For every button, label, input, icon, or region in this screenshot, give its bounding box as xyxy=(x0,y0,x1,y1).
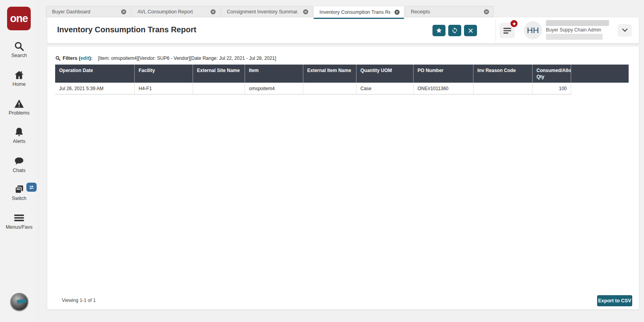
swap-arrows-icon xyxy=(29,185,34,190)
tab-close-icon[interactable] xyxy=(303,9,308,15)
logo-text: one xyxy=(10,13,28,25)
sidebar-item-chats[interactable]: Chats xyxy=(0,156,38,173)
tab-label: Inventory Consumption Trans Re... xyxy=(319,9,390,15)
tab-close-icon[interactable] xyxy=(121,9,126,15)
tab-close-icon[interactable] xyxy=(210,9,216,15)
tab-label: AVL Consumption Report xyxy=(137,9,206,15)
user-info: Buyer Suppy Chain Admin xyxy=(546,20,609,40)
refresh-button[interactable] xyxy=(448,25,461,36)
refresh-icon xyxy=(451,27,458,34)
home-icon xyxy=(14,70,24,80)
user-menu-button[interactable] xyxy=(499,23,515,38)
cell-quantity-uom[interactable]: Case xyxy=(356,83,414,94)
column-header-inv-reason-code[interactable]: Inv Reason Code xyxy=(473,65,533,83)
cell-inv-reason-code[interactable] xyxy=(473,83,533,94)
tab-label: Buyer Dashboard xyxy=(52,9,117,15)
sidebar-item-label: Chats xyxy=(13,168,26,173)
user-role: Buyer Suppy Chain Admin xyxy=(546,27,609,33)
table-row[interactable]: Jul 26, 2021 5:39 AM H4-F1 omspoitem4 Ca… xyxy=(55,83,629,94)
sidebar-item-problems[interactable]: Problems xyxy=(0,98,38,116)
close-icon xyxy=(468,28,473,33)
menu-lines-icon xyxy=(503,27,512,34)
switch-icon xyxy=(14,184,24,194)
switch-context-badge[interactable] xyxy=(26,183,37,192)
star-icon xyxy=(512,22,516,26)
column-header-quantity-uom[interactable]: Quantity UOM xyxy=(356,65,414,83)
app-window: one Search Home Problems xyxy=(0,0,644,322)
favorites-badge xyxy=(510,19,518,28)
tab-receipts[interactable]: Receipts xyxy=(405,6,494,17)
cell-po-number[interactable]: ONE#1011360 xyxy=(414,83,473,94)
chevron-down-icon xyxy=(622,28,628,32)
page-title: Inventory Consumption Trans Report xyxy=(57,25,196,34)
column-header-external-site-name[interactable]: External Site Name xyxy=(193,65,245,83)
table-header-filler xyxy=(571,65,629,83)
tab-label: Consignment Inventory Summar... xyxy=(227,9,299,15)
sidebar-item-label: Switch xyxy=(12,196,26,201)
table-header-row: Operation Date Facility External Site Na… xyxy=(55,65,629,83)
chat-icon xyxy=(14,156,24,167)
tab-inventory-consumption-trans-report[interactable]: Inventory Consumption Trans Re... xyxy=(314,6,404,19)
sidebar-item-label: Problems xyxy=(9,110,30,116)
report-content: Filters ( edit ): [Item: omspoitem4][Ven… xyxy=(47,46,639,309)
tab-close-icon[interactable] xyxy=(394,9,400,15)
tab-close-icon[interactable] xyxy=(484,9,489,15)
sidebar-item-alerts[interactable]: Alerts xyxy=(0,127,38,144)
page-header: Inventory Consumption Trans Report xyxy=(47,17,639,43)
tab-bar: Buyer Dashboard AVL Consumption Report C… xyxy=(46,6,494,19)
report-actions xyxy=(432,25,477,36)
column-header-po-number[interactable]: PO Number xyxy=(414,65,473,83)
sidebar-item-label: Alerts xyxy=(13,139,26,144)
cell-facility[interactable]: H4-F1 xyxy=(135,83,193,94)
sidebar-item-label: Home xyxy=(13,81,26,87)
header-divider xyxy=(496,19,496,41)
sidebar-item-switch[interactable]: Switch xyxy=(0,184,38,201)
profile-avatar[interactable] xyxy=(10,293,28,311)
tab-label: Receipts xyxy=(411,9,480,15)
redacted-user-name xyxy=(546,20,609,26)
user-initials: HH xyxy=(527,26,539,35)
filters-label: Filters ( xyxy=(63,56,80,61)
user-dropdown-button[interactable] xyxy=(618,24,632,37)
bell-icon xyxy=(14,127,24,137)
user-avatar[interactable]: HH xyxy=(524,21,542,39)
one-network-logo[interactable]: one xyxy=(7,7,31,30)
filters-bar: Filters ( edit ): [Item: omspoitem4][Ven… xyxy=(55,56,276,61)
sidebar-item-label: Menus/Favs xyxy=(6,224,32,230)
filters-summary: [Item: omspoitem4][Vendor: SUP6 - Vendor… xyxy=(98,56,276,61)
column-header-external-item-name[interactable]: External Item Name xyxy=(303,65,356,83)
cell-external-item-name[interactable] xyxy=(303,83,356,94)
cell-consumed-allocated-qty[interactable]: 100 xyxy=(533,83,571,94)
export-to-csv-button[interactable]: Export to CSV xyxy=(597,295,632,306)
filters-search-icon xyxy=(55,56,61,61)
sidebar-item-menus-favs[interactable]: Menus/Favs xyxy=(0,213,38,230)
filters-edit-link[interactable]: edit xyxy=(80,56,89,61)
favorite-button[interactable] xyxy=(432,25,445,36)
tab-buyer-dashboard[interactable]: Buyer Dashboard xyxy=(46,6,131,17)
table-row-filler xyxy=(571,83,629,94)
sidebar-item-label: Search xyxy=(11,53,27,58)
column-header-operation-date[interactable]: Operation Date xyxy=(55,65,135,83)
cell-item[interactable]: omspoitem4 xyxy=(245,83,303,94)
results-table: Operation Date Facility External Site Na… xyxy=(55,65,629,94)
favorite-star-icon xyxy=(436,27,442,34)
sidebar-item-home[interactable]: Home xyxy=(0,70,38,87)
column-header-facility[interactable]: Facility xyxy=(135,65,193,83)
sidebar-item-search[interactable]: Search xyxy=(0,41,38,58)
close-report-button[interactable] xyxy=(464,25,477,36)
tab-avl-consumption-report[interactable]: AVL Consumption Report xyxy=(132,6,220,17)
column-header-consumed-allocated-qty[interactable]: Consumed/Alloca Qty xyxy=(533,65,571,83)
warning-icon xyxy=(14,98,24,109)
pagination-status: Viewing 1-1 of 1 xyxy=(62,298,96,303)
filters-suffix: ): xyxy=(89,56,92,61)
menu-icon xyxy=(14,213,24,223)
sidebar: one Search Home Problems xyxy=(0,0,38,322)
redacted-user-org xyxy=(546,34,603,40)
search-icon xyxy=(14,41,24,52)
cell-external-site-name[interactable] xyxy=(193,83,245,94)
tab-consignment-inventory-summary[interactable]: Consignment Inventory Summar... xyxy=(221,6,313,17)
cell-operation-date[interactable]: Jul 26, 2021 5:39 AM xyxy=(55,83,135,94)
column-header-item[interactable]: Item xyxy=(245,65,303,83)
